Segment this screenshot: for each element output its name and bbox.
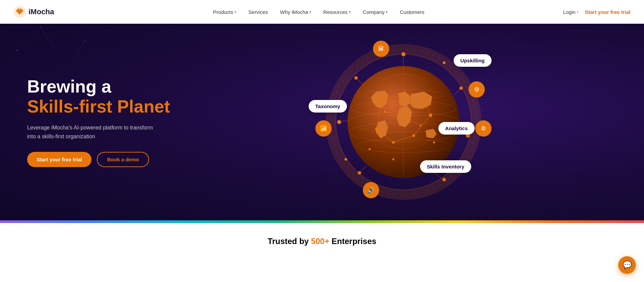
hero-content: Brewing a Skills-first Planet Leverage i… [0, 24, 644, 220]
hero-title-line2: Skills-first Planet [27, 97, 176, 117]
logo-text: iMocha [28, 7, 54, 16]
hero-free-trial-button[interactable]: Start your free trial [27, 152, 91, 167]
globe-icon-settings: ⚙ [475, 120, 492, 137]
globe-label-upskilling: Upskilling [454, 54, 492, 67]
nav-products[interactable]: Products ▾ [208, 6, 241, 18]
sound-icon: 🔊 [367, 186, 375, 194]
globe-label-taxonomy: Taxonomy [309, 100, 347, 113]
globe-icon-building: 🏛 [373, 41, 389, 57]
nav-company[interactable]: Company ▾ [358, 6, 392, 18]
globe-icon-sound: 🔊 [363, 182, 379, 198]
settings-icon: ⚙ [481, 125, 486, 132]
svg-point-47 [392, 158, 394, 160]
trusted-title: Trusted by 500+ Enterprises [0, 237, 644, 246]
chevron-down-icon: ▾ [309, 10, 311, 14]
globe-label-analytics: Analytics [438, 122, 475, 135]
hero-globe-area: Upskilling Taxonomy Analytics Skills Inv… [190, 37, 617, 207]
globe-icon-wifi: 📶 [315, 120, 332, 137]
chevron-down-icon: ▾ [234, 10, 236, 14]
svg-point-46 [369, 148, 371, 150]
gradient-divider [0, 220, 644, 223]
nav-free-trial-button[interactable]: Start your free trial [585, 9, 630, 15]
globe-label-skills-inventory: Skills Inventory [420, 160, 471, 173]
globe-icon-gear: ⚙ [469, 81, 485, 98]
nav-services[interactable]: Services [244, 6, 273, 18]
logo[interactable]: iMocha [14, 6, 54, 18]
nav-why-imocha[interactable]: Why iMocha ▾ [275, 6, 316, 18]
imocha-logo-icon [14, 6, 26, 18]
hero-cta-group: Start your free trial Book a demo [27, 152, 176, 167]
nav-resources[interactable]: Resources ▾ [318, 6, 355, 18]
navbar: iMocha Products ▾ Services Why iMocha ▾ … [0, 0, 644, 24]
login-link[interactable]: Login › [563, 9, 578, 15]
navbar-actions: Login › Start your free trial [563, 9, 630, 15]
hero-demo-button[interactable]: Book a demo [97, 152, 149, 167]
hero-section: Brewing a Skills-first Planet Leverage i… [0, 0, 644, 220]
chevron-down-icon: ▾ [349, 10, 351, 14]
nav-menu: Products ▾ Services Why iMocha ▾ Resourc… [75, 6, 563, 18]
svg-line-68 [454, 88, 461, 95]
chevron-down-icon: ▾ [386, 10, 388, 14]
svg-point-66 [345, 158, 347, 161]
hero-title-line1: Brewing a [27, 77, 176, 96]
globe-container: Upskilling Taxonomy Analytics Skills Inv… [326, 44, 481, 200]
svg-line-71 [359, 166, 366, 173]
svg-point-45 [433, 141, 435, 143]
svg-rect-2 [18, 8, 19, 12]
trusted-section: Trusted by 500+ Enterprises [0, 223, 644, 253]
arrow-right-icon: › [577, 9, 578, 14]
hero-subtitle: Leverage iMocha's AI-powered platform to… [27, 123, 163, 141]
svg-line-70 [434, 173, 444, 180]
gear-icon: ⚙ [474, 86, 479, 93]
svg-line-73 [356, 78, 363, 85]
wifi-icon: 📶 [320, 125, 327, 132]
hero-left-panel: Brewing a Skills-first Planet Leverage i… [27, 77, 190, 167]
svg-rect-3 [20, 8, 22, 12]
building-icon: 🏛 [378, 45, 384, 53]
nav-customers[interactable]: Customers [395, 6, 429, 18]
